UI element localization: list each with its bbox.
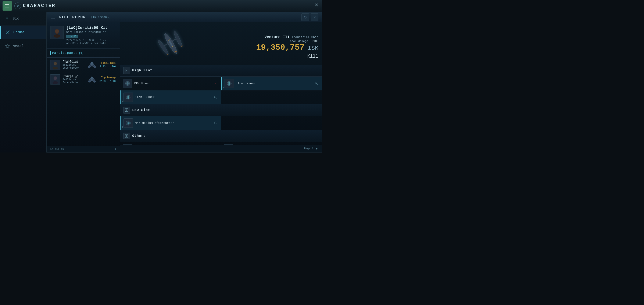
- filter-icon: ▼: [315, 147, 318, 150]
- fitting-item-name-ion-right: 'Ion' Miner: [236, 82, 312, 85]
- left-sidebar: ≡ Bio Comba... Medal: [0, 12, 46, 152]
- damage-pct: 100%: [110, 65, 116, 68]
- svg-rect-40: [127, 82, 128, 85]
- top-damage-label: Top Damage: [100, 76, 116, 79]
- svg-point-13: [54, 62, 56, 65]
- svg-rect-8: [58, 32, 58, 32]
- kr-close-icon: ✕: [313, 16, 316, 19]
- svg-rect-49: [128, 96, 128, 99]
- high-slot-grid: 1 MK7 Miner ✕: [120, 77, 322, 104]
- kill-report-body: [LWC]Curitis99 Kit Warp Scramble Strengt…: [47, 22, 322, 152]
- damage-pct-2: 100%: [110, 80, 116, 83]
- others-icon: [123, 132, 130, 139]
- app-title: CHARACTER: [23, 3, 56, 8]
- svg-point-45: [316, 82, 317, 84]
- victim-section: [LWC]Curitis99 Kit Warp Scramble Strengt…: [47, 22, 120, 48]
- fitting-item-ion-miner-right[interactable]: 1 'Ion' Miner: [221, 77, 322, 90]
- svg-rect-27: [164, 43, 169, 46]
- victim-top: [LWC]Curitis99 Kit Warp Scramble Strengt…: [50, 26, 116, 45]
- svg-point-5: [54, 34, 60, 38]
- kr-close-button[interactable]: ✕: [311, 13, 318, 21]
- bottom-value: 14,616.55: [50, 148, 64, 150]
- app-logo: ⊕: [14, 2, 21, 9]
- participants-count: [1]: [79, 52, 84, 55]
- participant-ship-image: [86, 61, 98, 68]
- fitting-item-name-ab: MK7 Medium Afterburner: [135, 121, 210, 125]
- kr-right-panel: Venture III Industrial Ship Total damage…: [120, 22, 322, 152]
- participants-bar-decoration: [50, 51, 51, 55]
- destroy-icon: ✕: [213, 81, 218, 86]
- fitting-item-icon-ab: [124, 118, 133, 128]
- high-slot-title: High Slot: [132, 68, 152, 72]
- participant-ship-2: Bellicose Interdictor: [62, 78, 84, 84]
- low-slot-title: Low Slot: [132, 108, 150, 112]
- high-slot-section-header: High Slot: [120, 64, 322, 77]
- hamburger-icon: [5, 4, 9, 8]
- others-title: Others: [132, 134, 146, 138]
- svg-rect-61: [127, 136, 128, 138]
- participant-item[interactable]: [TWP]Gig6 Bellicose Interdictor Final B: [47, 58, 120, 72]
- svg-point-9: [56, 32, 58, 34]
- fitting-item-afterburner[interactable]: 1 MK7 Medium Afterburner: [120, 116, 221, 130]
- kr-menu-icon[interactable]: [50, 14, 56, 20]
- participant-info: [TWP]Gig6 Bellicose Interdictor: [62, 60, 84, 70]
- sidebar-item-medal[interactable]: Medal: [0, 40, 46, 53]
- fitting-item-ion-miner-left[interactable]: 1 'Ion' Miner: [120, 90, 221, 104]
- damage-value-2: 3183: [100, 80, 106, 83]
- participant-damage: 3183 | 100%: [100, 65, 116, 68]
- kill-report-panel: KILL REPORT [ID:6703060] ⬡ ✕: [46, 12, 322, 152]
- victim-info: [LWC]Curitis99 Kit Warp Scramble Strengt…: [66, 26, 116, 45]
- damage-divider-2: |: [107, 80, 110, 83]
- sidebar-item-bio[interactable]: ≡ Bio: [0, 12, 46, 26]
- kr-export-button[interactable]: ⬡: [302, 13, 309, 21]
- fitting-item-name-mk7: MK7 Miner: [134, 82, 210, 85]
- svg-rect-36: [126, 70, 127, 71]
- sidebar-label-combat: Comba...: [13, 30, 31, 34]
- person-icon-ab: [213, 120, 218, 126]
- svg-rect-60: [125, 136, 126, 138]
- svg-rect-44: [229, 82, 230, 85]
- fitting-item-icon: [123, 79, 132, 88]
- svg-rect-16: [91, 62, 92, 65]
- participants-title: Participants: [52, 51, 78, 55]
- participant-damage-2: 3183 | 100%: [100, 80, 116, 83]
- svg-rect-23: [91, 77, 92, 80]
- fitting-item-num-2: 1: [223, 86, 224, 89]
- participant-item[interactable]: [TWP]Gig6 Bellicose Interdictor Top Dam: [47, 72, 120, 87]
- fitting-item-icon-3: [124, 92, 133, 102]
- fitting-item-num-3: 1: [122, 100, 123, 103]
- filter-button[interactable]: ▼: [315, 147, 318, 150]
- kill-report-header: KILL REPORT [ID:6703060] ⬡ ✕: [47, 12, 322, 22]
- sidebar-item-combat[interactable]: Comba...: [0, 26, 46, 40]
- kill-report-id: [ID:6703060]: [91, 16, 111, 19]
- fitting-item-name-ion-left: 'Ion' Miner: [135, 96, 210, 99]
- kr-right-bottom: Page 1 ▼: [120, 145, 322, 152]
- main-panel: KILL REPORT [ID:6703060] ⬡ ✕: [46, 12, 322, 152]
- participant-stats-2: Top Damage 3183 | 100%: [100, 76, 116, 83]
- kr-left-bottom: 14,616.55 1: [47, 146, 120, 152]
- participant-avatar-2: [50, 74, 60, 84]
- svg-point-57: [214, 122, 216, 123]
- app-close-button[interactable]: ✕: [314, 2, 318, 8]
- main-menu-button[interactable]: [2, 1, 12, 10]
- participant-name-2: [TWP]Gig6: [62, 75, 84, 78]
- svg-marker-2: [5, 44, 9, 48]
- victim-avatar: [50, 26, 64, 39]
- high-slot-icon: [123, 67, 130, 74]
- top-bar: ⊕ CHARACTER ✕: [0, 0, 322, 12]
- medal-icon: [4, 43, 10, 49]
- svg-rect-58: [125, 134, 126, 136]
- damage-value: 3183: [100, 65, 106, 68]
- svg-rect-28: [172, 38, 176, 42]
- sidebar-label-medal: Medal: [13, 44, 24, 48]
- participants-section: Participants [1]: [47, 48, 120, 146]
- victim-kill-count: 1 Kill: [66, 35, 78, 38]
- others-section-header: Others: [120, 130, 322, 142]
- person-icon: [314, 81, 319, 86]
- low-slot-grid: 1 MK7 Medium Afterburner: [120, 116, 322, 130]
- ship-silhouette: [141, 24, 200, 64]
- fitting-item-mk7-miner[interactable]: 1 MK7 Miner ✕: [120, 77, 221, 90]
- fitting-item-icon-2: [224, 79, 234, 88]
- svg-rect-59: [127, 134, 128, 136]
- svg-point-50: [214, 96, 216, 97]
